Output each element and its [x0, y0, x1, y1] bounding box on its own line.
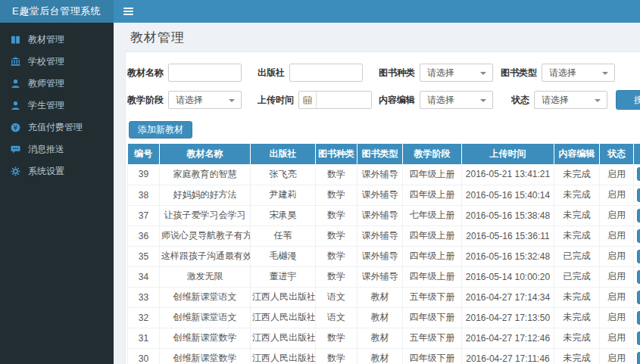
row-action-button[interactable] — [637, 352, 640, 364]
column-header: 内容编辑 — [554, 144, 600, 164]
table-cell: 数学 — [316, 226, 357, 246]
gear-icon — [10, 166, 20, 177]
table-cell: 2016-05-16 15:32:48 — [462, 246, 554, 266]
sidebar-item-teacher-management[interactable]: 教师管理 — [0, 73, 114, 95]
row-action-button[interactable] — [637, 291, 640, 304]
row-action-button[interactable] — [637, 311, 640, 325]
sidebar-item-textbook-management[interactable]: 教材管理 — [0, 29, 114, 51]
row-action-button[interactable] — [637, 209, 640, 222]
table-cell: 33 — [128, 287, 160, 307]
table-cell: 四年级上册 — [403, 246, 462, 266]
teaching-stage-group: 教学阶段请选择 — [127, 91, 258, 109]
page-title: 教材管理 — [130, 29, 185, 46]
table-cell: 2016-05-16 15:40:14 — [462, 185, 554, 205]
table-cell: 江西人民出版社 — [251, 348, 316, 364]
table-cell: 2016-04-27 17:11:46 — [462, 348, 554, 364]
add-textbook-button[interactable]: 添加新教材 — [129, 121, 192, 138]
book-category-select[interactable]: 请选择 — [420, 64, 493, 82]
content-editor-select[interactable]: 请选择 — [420, 91, 493, 109]
sidebar-item-message-push[interactable]: 消息推送 — [0, 138, 114, 160]
app-logo[interactable]: E趣堂后台管理系统 — [0, 0, 114, 23]
table-cell: 数学 — [316, 205, 357, 226]
sidebar-item-school-management[interactable]: 学校管理 — [0, 51, 114, 73]
table-cell-actions — [634, 328, 640, 348]
column-header: 教材名称 — [160, 144, 251, 164]
teaching-stage-select[interactable]: 请选择 — [168, 91, 242, 109]
row-action-button[interactable] — [637, 331, 640, 345]
table-cell-actions — [634, 287, 640, 307]
column-header: 状态 — [600, 144, 634, 164]
column-header: 图书类型 — [357, 144, 403, 164]
book-type-group: 图书类型请选择 — [501, 64, 616, 82]
table-cell: 数学 — [316, 266, 357, 287]
table-cell: 师说心灵导航教子有方 — [160, 226, 251, 246]
publisher-label: 出版社 — [258, 67, 289, 79]
selected-value: 请选择 — [549, 67, 576, 79]
table-cell: 让孩子爱学习会学习 — [160, 205, 251, 226]
message-icon — [10, 145, 20, 155]
sidebar-item-student-management[interactable]: 学生管理 — [0, 95, 114, 117]
row-action-button[interactable] — [637, 250, 640, 263]
table-cell: 四年级下册 — [403, 307, 462, 328]
table-cell: 创维新课堂语文 — [160, 287, 251, 307]
table-row: 39家庭教育的智慧张飞亮数学课外辅导四年级上册2016-05-21 13:41:… — [128, 164, 640, 185]
table-cell: 启用 — [600, 287, 634, 307]
sidebar-item-system-settings[interactable]: 系统设置 — [0, 160, 114, 182]
table-cell: 未完成 — [554, 205, 600, 226]
column-header: 编号 — [128, 144, 160, 164]
table-cell: 启用 — [600, 164, 634, 185]
table-cell: 四年级上册 — [403, 164, 462, 185]
row-action-button[interactable] — [637, 167, 640, 181]
table-cell: 五年级下册 — [403, 328, 462, 348]
column-header: 图书种类 — [316, 144, 357, 164]
table-cell: 已完成 — [554, 246, 600, 266]
bank-icon — [10, 57, 20, 67]
table-cell: 37 — [128, 205, 160, 226]
table-cell: 毛樾漫 — [251, 246, 316, 266]
table-cell: 语文 — [316, 287, 357, 307]
table-cell: 2016-05-16 15:38:48 — [462, 205, 554, 226]
table-cell: 启用 — [600, 226, 634, 246]
table-cell: 2016-05-16 15:36:11 — [462, 226, 554, 246]
table-cell: 创维新课堂数学 — [160, 348, 251, 364]
upload-time-field — [298, 91, 372, 109]
sidebar-item-payment-management[interactable]: ¥充值付费管理 — [0, 117, 114, 138]
publisher-input[interactable] — [290, 64, 362, 81]
table-cell: 启用 — [600, 348, 634, 364]
topbar: E趣堂后台管理系统 — [0, 0, 640, 23]
navbar — [114, 0, 640, 23]
row-action-button[interactable] — [637, 188, 640, 202]
sidebar-toggle-button[interactable] — [114, 0, 143, 23]
table-cell: 启用 — [600, 246, 634, 266]
textbook-name-field — [168, 64, 242, 82]
table-cell: 教材 — [357, 287, 403, 307]
table-cell: 启用 — [600, 205, 634, 226]
table-cell-actions — [634, 246, 640, 266]
table-row: 32创维新课堂语文江西人民出版社语文教材四年级下册2016-04-27 17:1… — [128, 307, 640, 328]
status-select[interactable]: 请选择 — [534, 91, 607, 109]
column-header — [634, 144, 640, 164]
table-cell: 数学 — [316, 185, 357, 205]
content-panel: 教材名称出版社图书种类请选择图书类型请选择教学阶段请选择上传时间内容编辑请选择状… — [125, 51, 640, 364]
table-cell: 教材 — [357, 307, 403, 328]
search-button[interactable]: 搜索 — [616, 90, 640, 110]
row-action-button[interactable] — [637, 270, 640, 284]
table-cell: 31 — [128, 328, 160, 348]
table-cell: 未完成 — [554, 287, 600, 307]
upload-time-input[interactable] — [317, 92, 371, 108]
book-type-select[interactable]: 请选择 — [542, 64, 615, 82]
table-header-row: 编号教材名称出版社图书种类图书类型教学阶段上传时间内容编辑状态 — [128, 144, 640, 164]
table-cell: 创维新课堂语文 — [160, 307, 251, 328]
table-cell: 这样跟孩子沟通最有效 — [160, 246, 251, 266]
table-cell: 未完成 — [554, 307, 600, 328]
row-action-button[interactable] — [637, 229, 640, 243]
textbook-table: 编号教材名称出版社图书种类图书类型教学阶段上传时间内容编辑状态 39家庭教育的智… — [127, 144, 640, 364]
sidebar-item-label: 教材管理 — [28, 33, 64, 46]
table-cell-actions — [634, 226, 640, 246]
calendar-icon[interactable] — [299, 92, 317, 108]
table-cell: 宋承昊 — [251, 205, 316, 226]
textbook-name-input[interactable] — [169, 64, 241, 81]
table-cell: 32 — [128, 307, 160, 328]
student-icon — [10, 101, 20, 111]
table-cell: 四年级上册 — [403, 266, 462, 287]
